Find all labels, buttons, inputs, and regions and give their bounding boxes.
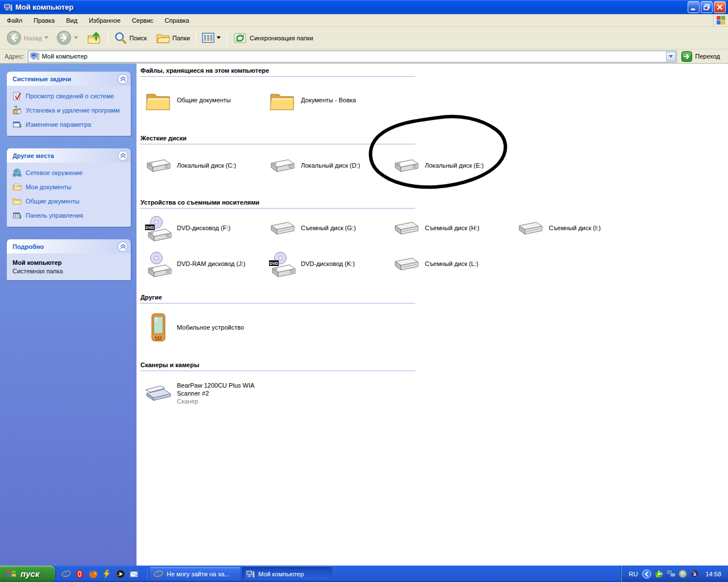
collapse-chevron-icon[interactable] — [118, 74, 128, 84]
icq-icon[interactable] — [655, 569, 664, 578]
file-item[interactable]: Съемный диск (G:) — [268, 214, 392, 243]
sidebar-item[interactable]: Сетевое окружение — [13, 168, 126, 177]
restore-button[interactable] — [701, 1, 713, 13]
address-dropdown-button[interactable] — [666, 52, 676, 61]
file-item[interactable]: BearPaw 1200CU Plus WIA Scanner #2Сканер — [144, 377, 268, 410]
file-item[interactable]: Общие документы — [144, 82, 268, 119]
start-button[interactable]: пуск — [0, 566, 55, 582]
file-item-label: Локальный диск (E:) — [425, 162, 484, 170]
sidebar-panel-header-other-places[interactable]: Другие места — [7, 148, 131, 163]
system-info-icon — [13, 92, 22, 101]
network-tray-icon[interactable] — [667, 569, 676, 578]
taskbar-clock: 14:58 — [705, 571, 721, 577]
sidebar-item[interactable]: Просмотр сведений о системе — [13, 92, 126, 101]
title-bar: Мой компьютер — [0, 0, 728, 14]
sidebar-panel-header-system-tasks[interactable]: Системные задачи — [7, 72, 131, 86]
sync-folder-button[interactable]: Синхронизация папки — [230, 29, 316, 47]
opera-icon[interactable] — [75, 569, 85, 579]
mail-icon[interactable] — [130, 570, 139, 578]
taskbar-task-button[interactable]: eНе могу зайти на ха... — [150, 567, 240, 580]
menu-item-file[interactable]: Файл — [1, 15, 28, 26]
sidebar-item[interactable]: Установка и удаление программ — [13, 106, 126, 115]
file-item-text: Съемный диск (I:) — [549, 225, 601, 232]
collapse-chevron-icon[interactable] — [118, 151, 128, 161]
section-divider — [140, 303, 415, 304]
item-row: BearPaw 1200CU Plus WIA Scanner #2Сканер — [144, 377, 728, 410]
mobile-device-icon — [144, 312, 172, 344]
file-item[interactable]: Документы - Вовка — [268, 82, 392, 119]
menu-item-tools[interactable]: Сервис — [126, 15, 159, 26]
firefox-icon[interactable] — [89, 569, 98, 579]
sidebar-item[interactable]: Общие документы — [13, 197, 126, 206]
control-panel-icon — [13, 211, 22, 220]
back-dropdown-icon — [44, 36, 48, 39]
file-item[interactable]: Локальный диск (E:) — [392, 150, 516, 182]
sidebar-panel-title: Системные задачи — [13, 76, 71, 82]
menu-item-favorites[interactable]: Избранное — [83, 15, 126, 26]
forward-button[interactable] — [53, 28, 81, 47]
views-icon — [202, 32, 214, 44]
file-item-label: Съемный диск (I:) — [549, 225, 601, 232]
language-indicator[interactable]: RU — [629, 571, 638, 577]
search-button[interactable]: Поиск — [111, 30, 150, 47]
file-item[interactable]: DVD-RAM дисковод (J:) — [144, 248, 268, 280]
sidebar-item[interactable]: Мои документы — [13, 182, 126, 192]
menu-item-help[interactable]: Справка — [159, 15, 195, 26]
file-item[interactable]: Съемный диск (I:) — [516, 214, 640, 243]
views-button[interactable] — [199, 31, 224, 45]
file-item[interactable]: Съемный диск (L:) — [392, 248, 516, 280]
back-button[interactable]: Назад — [3, 28, 51, 47]
section-title-other: Другие — [140, 293, 728, 303]
sidebar-panel-header-details[interactable]: Подробно — [7, 239, 131, 253]
file-item[interactable]: Локальный диск (C:) — [144, 150, 268, 182]
section-title-hard-disks: Жесткие диски — [140, 134, 728, 144]
file-item-text: DVD-дисковод (K:) — [301, 260, 355, 268]
folders-icon — [156, 31, 170, 45]
sidebar-item[interactable]: Изменение параметра — [13, 120, 126, 129]
file-item[interactable]: DVDDVD-дисковод (K:) — [268, 248, 392, 280]
file-item-text: Документы - Вовка — [301, 97, 356, 105]
media-player-icon[interactable] — [116, 569, 126, 579]
antivirus-icon[interactable]: a — [690, 569, 700, 578]
minimize-button[interactable] — [688, 1, 700, 13]
menu-item-view[interactable]: Вид — [60, 15, 83, 26]
svg-text:DVD: DVD — [146, 226, 154, 230]
go-arrow-icon — [681, 51, 692, 62]
file-item-text: DVD-дисковод (F:) — [177, 225, 230, 232]
file-item[interactable]: Мобильное устройство — [144, 309, 268, 347]
menu-item-edit[interactable]: Правка — [28, 15, 60, 26]
go-button[interactable]: Переход — [681, 51, 720, 62]
up-button[interactable] — [84, 29, 105, 47]
file-item-text: Мобильное устройство — [177, 324, 244, 332]
section-title-files-stored: Файлы, хранящиеся на этом компьютере — [140, 66, 728, 76]
toolbar: Назад Поиск Папки Синхронизация папки — [0, 27, 728, 49]
address-input[interactable]: Мой компьютер — [28, 51, 677, 63]
section-hard-disks: Жесткие дискиЛокальный диск (C:)Локальны… — [140, 134, 728, 182]
folders-button[interactable]: Папки — [153, 30, 193, 47]
windows-logo-icon — [713, 14, 728, 26]
file-item[interactable]: Локальный диск (D:) — [268, 150, 392, 182]
sidebar-panel-title: Подробно — [13, 243, 44, 250]
close-button[interactable] — [714, 1, 726, 13]
sidebar-item[interactable]: Панель управления — [13, 211, 126, 220]
section-divider — [140, 208, 415, 209]
file-item-subtitle: Сканер — [177, 398, 267, 405]
file-item-text: BearPaw 1200CU Plus WIA Scanner #2Сканер — [177, 382, 267, 405]
agent-icon[interactable] — [679, 569, 688, 578]
forward-dropdown-icon — [74, 36, 78, 39]
hdd-icon — [268, 152, 296, 180]
file-item-label: Документы - Вовка — [301, 97, 356, 105]
item-row: DVD-RAM дисковод (J:)DVDDVD-дисковод (K:… — [144, 248, 728, 280]
folder-content-view: Файлы, хранящиеся на этом компьютереОбщи… — [136, 64, 728, 566]
file-item-label: Локальный диск (C:) — [177, 162, 236, 170]
section-removable-devices: Устройства со съемными носителямиDVDDVD-… — [140, 198, 728, 280]
section-title-scanners-cameras: Сканеры и камеры — [140, 360, 728, 371]
download-master-icon[interactable] — [102, 569, 112, 579]
file-item[interactable]: Съемный диск (H:) — [392, 214, 516, 243]
hide-icons-icon[interactable] — [642, 569, 651, 579]
collapse-chevron-icon[interactable] — [118, 242, 128, 252]
dvdram-drive-icon — [144, 251, 172, 278]
ie-icon[interactable]: e — [61, 569, 71, 579]
taskbar-task-button[interactable]: Мой компьютер — [242, 567, 332, 580]
file-item[interactable]: DVDDVD-дисковод (F:) — [144, 214, 268, 243]
